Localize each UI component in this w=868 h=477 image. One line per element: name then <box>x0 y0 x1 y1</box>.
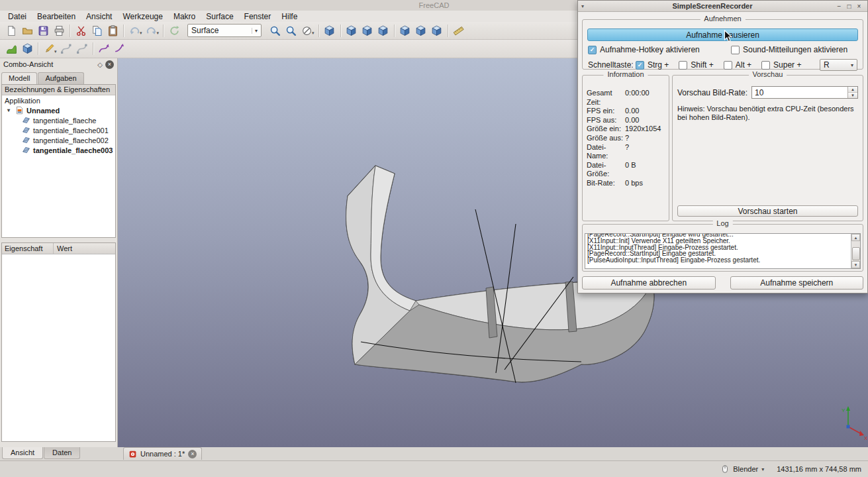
isometric-view-button[interactable] <box>322 23 338 38</box>
column-eigenschaft[interactable]: Eigenschaft <box>2 243 54 254</box>
document-tab[interactable]: Unnamed : 1* × <box>123 447 202 460</box>
close-panel-icon[interactable]: × <box>105 60 114 69</box>
extend-surface-button[interactable] <box>96 41 112 56</box>
unchecked-checkbox-icon <box>731 46 740 54</box>
measure-button[interactable] <box>451 23 467 38</box>
alt-modifier-checkbox[interactable]: Alt + <box>724 60 751 70</box>
hotkey-enable-checkbox[interactable]: ✓ Aufnahme-Hotkey aktivieren <box>588 45 700 54</box>
surface-icon <box>22 116 30 125</box>
shift-modifier-checkbox[interactable]: Shift + <box>679 60 713 70</box>
save-recording-button[interactable]: Aufnahme speichern <box>730 276 864 290</box>
navigation-style-select[interactable]: Blender <box>733 465 758 473</box>
sound-notifications-checkbox[interactable]: Sound-Mitteilungen aktivieren <box>731 45 847 54</box>
copy-button[interactable] <box>89 23 105 38</box>
navigation-style-icon <box>720 464 730 474</box>
toolbar-separator <box>448 25 448 37</box>
front-view-button[interactable] <box>344 23 360 38</box>
hotkey-key-select[interactable]: R ▾ <box>820 59 857 71</box>
column-wert[interactable]: Wert <box>54 244 72 252</box>
menu-surface[interactable]: Surface <box>201 12 238 21</box>
tree-item-applikation[interactable]: Applikation <box>2 95 115 105</box>
refresh-button[interactable] <box>166 23 182 38</box>
log-output[interactable]: [PageRecord::StartInput] Eingabe wird ge… <box>585 233 861 269</box>
group-title: Aufnehmen <box>700 15 745 23</box>
preview-rate-spinbox[interactable]: 10 ▲ ▼ <box>751 86 858 99</box>
scroll-up-icon[interactable]: ▲ <box>851 234 860 241</box>
rear-view-button[interactable] <box>397 23 413 38</box>
open-document-button[interactable] <box>19 23 35 38</box>
tab-ansicht[interactable]: Ansicht <box>2 447 43 459</box>
scroll-down-icon[interactable]: ▼ <box>851 261 860 268</box>
pause-recording-button[interactable]: Aufnahme pausieren <box>587 28 858 41</box>
ctrl-modifier-checkbox[interactable]: ✓ Strg + <box>636 60 669 70</box>
float-panel-icon[interactable]: ◇ <box>97 61 103 68</box>
print-button[interactable] <box>51 23 67 38</box>
info-row: Größe aus:? <box>587 134 667 143</box>
new-document-button[interactable] <box>3 23 19 38</box>
menu-makro[interactable]: Makro <box>168 12 201 21</box>
axis-indicator: Y X <box>842 406 868 441</box>
toolbar-separator <box>70 25 70 37</box>
workbench-selector[interactable]: Surface ▾ <box>187 24 262 37</box>
spin-up-icon[interactable]: ▲ <box>848 87 857 93</box>
menu-bearbeiten[interactable]: Bearbeiten <box>32 12 81 21</box>
menu-fenster[interactable]: Fenster <box>239 12 277 21</box>
spin-down-icon[interactable]: ▼ <box>848 93 857 98</box>
close-icon[interactable]: × <box>188 450 197 458</box>
tree-item-document[interactable]: ▾ Unnamed <box>2 105 115 115</box>
tree-item-surface[interactable]: tangentiale_flaeche <box>2 115 115 125</box>
preview-start-button[interactable]: Vorschau starten <box>677 205 858 217</box>
fit-all-button[interactable] <box>267 23 283 38</box>
menu-werkzeuge[interactable]: Werkzeuge <box>117 12 168 21</box>
draw-style-dropdown-icon[interactable]: ▾ <box>312 30 314 36</box>
chevron-down-icon[interactable]: ▾ <box>761 466 764 472</box>
tab-aufgaben[interactable]: Aufgaben <box>38 72 83 84</box>
toolbar-separator <box>123 25 124 37</box>
combo-view-title: Combo-Ansicht <box>3 60 95 68</box>
group-vorschau: Vorschau Vorschau Bild-Rate: 10 ▲ ▼ Hinw… <box>672 75 863 221</box>
menu-hilfe[interactable]: Hilfe <box>276 12 303 21</box>
cancel-recording-button[interactable]: Aufnahme abbrechen <box>582 276 716 290</box>
close-button[interactable]: × <box>854 3 864 10</box>
property-table-header: Eigenschaft Wert <box>2 243 115 254</box>
combo-view-header: Combo-Ansicht ◇ × <box>0 58 117 70</box>
menu-datei[interactable]: Datei <box>3 12 32 21</box>
tree-item-surface-active[interactable]: tangentiale_flaeche003 <box>2 145 115 155</box>
tree-item-surface[interactable]: tangentiale_flaeche002 <box>2 135 115 145</box>
property-editor: Eigenschaft Wert <box>1 242 116 442</box>
info-row: FPS ein:0.00 <box>587 107 667 116</box>
tab-modell[interactable]: Modell <box>1 72 37 84</box>
fit-selection-button[interactable] <box>283 23 299 38</box>
right-view-button[interactable] <box>375 23 391 38</box>
left-view-button[interactable] <box>429 23 445 38</box>
maximize-button[interactable]: □ <box>844 3 854 10</box>
preview-rate-label: Vorschau Bild-Rate: <box>677 88 747 97</box>
save-button[interactable] <box>35 23 51 38</box>
curve-on-mesh-button[interactable] <box>74 41 90 56</box>
minimize-button[interactable]: − <box>834 3 844 10</box>
window-menu-icon[interactable]: ▾ <box>581 3 591 9</box>
model-tree: Bezeichnungen & Eigenschaften Applikatio… <box>1 84 116 238</box>
super-modifier-checkbox[interactable]: Super + <box>761 60 801 70</box>
surface-filling-button[interactable] <box>3 41 19 56</box>
tree-item-surface[interactable]: tangentiale_flaeche001 <box>2 125 115 135</box>
sketch-dropdown-icon[interactable]: ▾ <box>54 49 57 54</box>
undo-button[interactable] <box>126 23 142 38</box>
sections-button[interactable] <box>112 41 128 56</box>
blend-curve-button[interactable] <box>58 41 74 56</box>
log-scrollbar[interactable]: ▲ ▼ <box>851 234 860 268</box>
scrollbar-thumb[interactable] <box>852 247 860 260</box>
tab-daten[interactable]: Daten <box>44 447 80 459</box>
info-row: FPS aus:0.00 <box>587 116 667 125</box>
menu-ansicht[interactable]: Ansicht <box>81 12 117 21</box>
bottom-view-button[interactable] <box>413 23 429 38</box>
surface-icon <box>22 136 30 144</box>
top-view-button[interactable] <box>360 23 375 38</box>
dialog-titlebar[interactable]: ▾ SimpleScreenRecorder − □ × <box>578 1 867 12</box>
cut-button[interactable] <box>73 23 89 38</box>
redo-button[interactable] <box>144 23 160 38</box>
expander-icon[interactable]: ▾ <box>7 107 13 113</box>
group-title: Log <box>712 219 732 227</box>
surface-box-button[interactable] <box>19 41 35 56</box>
paste-button[interactable] <box>105 23 121 38</box>
